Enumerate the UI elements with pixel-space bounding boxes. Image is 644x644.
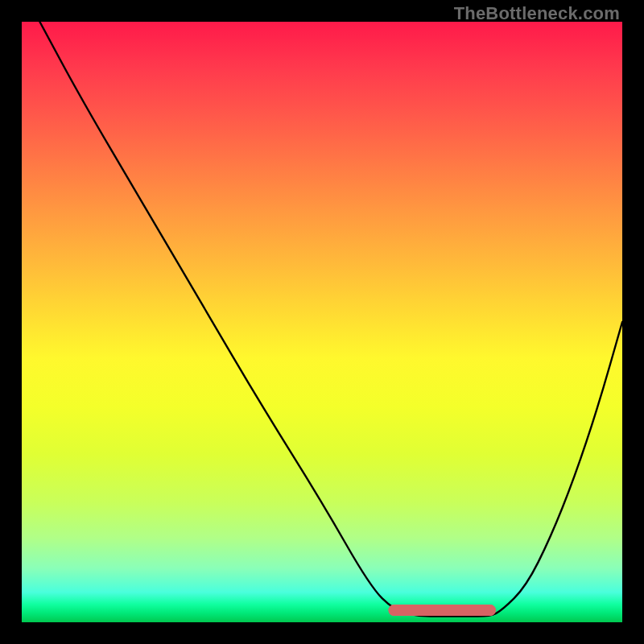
attribution-text: TheBottleneck.com	[454, 3, 620, 24]
curve-path	[39, 22, 622, 617]
chart-container: TheBottleneck.com	[0, 0, 644, 644]
plot-area	[22, 22, 622, 622]
bottleneck-curve	[22, 22, 622, 622]
